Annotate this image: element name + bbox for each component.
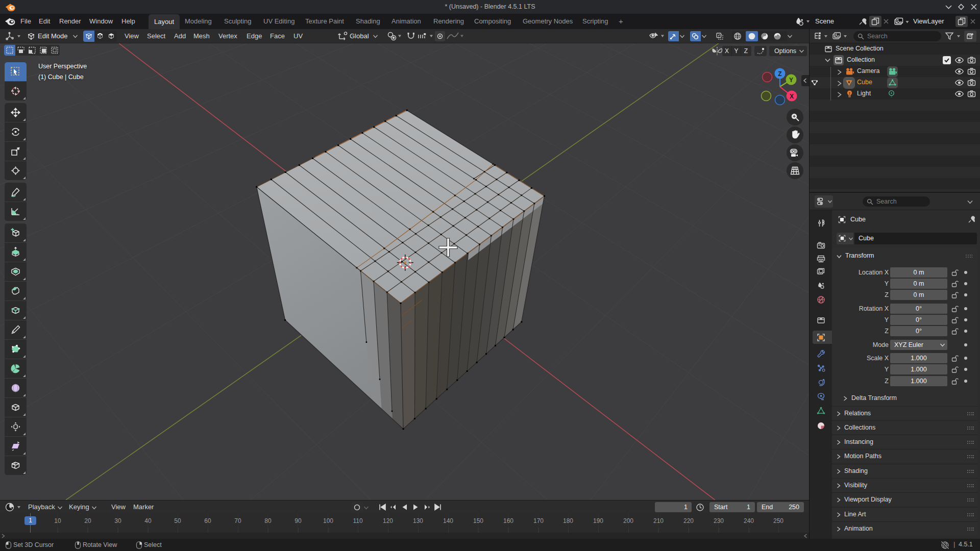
svg-text:X: X bbox=[790, 93, 794, 100]
svg-text:Z: Z bbox=[778, 70, 781, 78]
svg-text:Y: Y bbox=[789, 77, 793, 84]
